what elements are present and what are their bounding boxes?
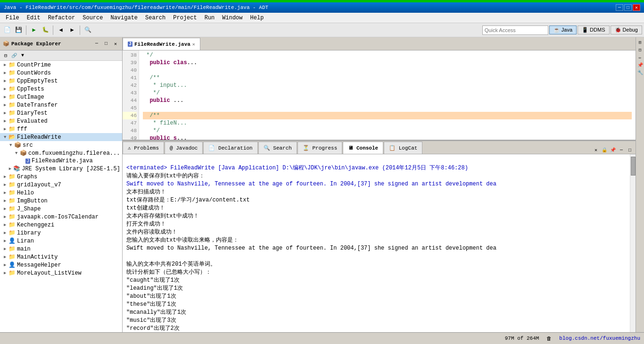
tree-item-messagehelper[interactable]: ▶👤MessageHelper bbox=[0, 261, 122, 269]
tb-run[interactable]: ▶ bbox=[29, 25, 39, 35]
console-line-1: 请输入要保存到txt中的内容： bbox=[126, 173, 205, 179]
console-tab-console[interactable]: 🖥 Console bbox=[343, 142, 383, 154]
package-explorer-title: Package Explorer bbox=[11, 41, 91, 47]
tree-item-src[interactable]: ▼📦src bbox=[0, 141, 122, 149]
tree-item-countwords[interactable]: ▶📁CountWords bbox=[0, 69, 122, 77]
menu-source[interactable]: Source bbox=[79, 14, 107, 22]
tree-item-cpptests[interactable]: ▶📁CppTests bbox=[0, 85, 122, 93]
tree-item-hello[interactable]: ▶📁Hello bbox=[0, 189, 122, 197]
console-pin-btn[interactable]: 📌 bbox=[609, 146, 617, 154]
menu-edit[interactable]: Edit bbox=[23, 14, 44, 22]
console-clear-btn[interactable]: ✕ bbox=[592, 146, 600, 154]
tree-item-datetransfer[interactable]: ▶📁DateTransfer bbox=[0, 101, 122, 109]
tb-save[interactable]: 💾 bbox=[13, 25, 24, 35]
console-scroll-lock-btn[interactable]: 🔒 bbox=[601, 146, 608, 154]
sidebar-icon-2[interactable]: ⊟ bbox=[637, 47, 644, 53]
tree-item-package[interactable]: ▼📦com.fuxuemingzhu.filerea... bbox=[0, 149, 122, 157]
tree-item-gridlayout[interactable]: ▶📁gridlayout_v7 bbox=[0, 181, 122, 189]
tree-item-countprime[interactable]: ▶📁CountPrime bbox=[0, 61, 122, 69]
tree-item-diarytest[interactable]: ▶📁DiaryTest bbox=[0, 109, 122, 117]
sidebar-icon-1[interactable]: ⊞ bbox=[637, 39, 644, 46]
tree-item-cutimage[interactable]: ▶📁CutImage bbox=[0, 93, 122, 101]
blog-url: blog.csdn.net/fuxuemingzhu bbox=[559, 336, 640, 341]
editor-tab-label: FileReadWrite.java bbox=[134, 42, 190, 47]
sidebar-icon-3[interactable]: ✏ bbox=[637, 54, 644, 61]
tree-item-graphs[interactable]: ▶📁Graphs bbox=[0, 173, 122, 181]
sidebar-icon-4[interactable]: 📌 bbox=[637, 62, 644, 68]
code-line-43: */ bbox=[143, 89, 632, 97]
console-scroll-thumb[interactable] bbox=[631, 157, 636, 176]
perspective-java[interactable]: ☕ Java bbox=[549, 25, 577, 34]
editor-tab-filereadwrite[interactable]: J FileReadWrite.java ✕ bbox=[123, 38, 200, 50]
menu-navigate[interactable]: Navigate bbox=[107, 14, 141, 22]
toolbar-separator-1 bbox=[26, 25, 26, 35]
tree-item-filereadwrite-java[interactable]: J FileReadWrite.java bbox=[0, 157, 122, 165]
console-scrollbar[interactable] bbox=[630, 154, 636, 332]
tb-search[interactable]: 🔍 bbox=[83, 25, 93, 35]
line-num-43: 43 bbox=[123, 89, 137, 97]
code-line-40 bbox=[143, 67, 632, 74]
tree-item-evaluated[interactable]: ▶📁Evaluated bbox=[0, 117, 122, 125]
menu-search[interactable]: Search bbox=[141, 14, 169, 22]
tree-item-library[interactable]: ▶📁library bbox=[0, 229, 122, 237]
tree-item-fff[interactable]: ▶📁fff bbox=[0, 125, 122, 133]
tb-debug[interactable]: 🐛 bbox=[40, 25, 50, 35]
close-button[interactable]: ✕ bbox=[633, 4, 640, 11]
console-line-7: 打开文件成功！ bbox=[126, 221, 166, 227]
tree-item-imgbutton[interactable]: ▶📁ImgButton bbox=[0, 197, 122, 205]
view-menu-btn[interactable]: ▼ bbox=[19, 52, 26, 59]
line-num-38: 38 bbox=[123, 51, 137, 59]
maximize-button[interactable]: □ bbox=[624, 4, 632, 11]
tb-back[interactable]: ◀ bbox=[56, 25, 66, 35]
menu-window[interactable]: Window bbox=[218, 14, 246, 22]
console-tab-problems[interactable]: ⚠ Problems bbox=[123, 142, 164, 154]
tree-item-filereadwrite[interactable]: ▼📂FileReadWrite bbox=[0, 133, 122, 141]
sidebar-icon-5[interactable]: 🔧 bbox=[637, 69, 644, 76]
perspective-debug[interactable]: 🐞 Debug bbox=[611, 25, 642, 34]
tree-item-cppemptytest[interactable]: ▶📁CppEmptyTest bbox=[0, 77, 122, 85]
menu-run[interactable]: Run bbox=[201, 14, 219, 22]
perspective-ddms[interactable]: 📱 DDMS bbox=[578, 25, 609, 34]
package-explorer-panel: 📦 Package Explorer ─ □ ✕ ⊟ 🔗 ▼ ▶📁CountPr… bbox=[0, 37, 123, 332]
menu-file[interactable]: File bbox=[2, 14, 23, 22]
console-terminated-line: <terminated> FileReadWrite [Java Applica… bbox=[126, 165, 468, 171]
line-num-40: 40 bbox=[123, 67, 137, 74]
tree-item-morelayout[interactable]: ▶📁MoreLayout_ListView bbox=[0, 269, 122, 277]
link-editor-btn[interactable]: 🔗 bbox=[10, 52, 18, 59]
toolbar: 📄 💾 ▶ 🐛 ◀ ▶ 🔍 ☕ Java 📱 DDMS 🐞 Debug bbox=[0, 23, 644, 37]
console-tab-progress[interactable]: ⏳ Progress bbox=[297, 142, 342, 154]
console-minimize-btn[interactable]: ─ bbox=[618, 146, 625, 154]
tree-item-jshape[interactable]: ▶📁J_Shape bbox=[0, 205, 122, 213]
collapse-all-btn[interactable]: ⊟ bbox=[2, 52, 9, 59]
code-line-48: */ bbox=[143, 127, 632, 134]
minimize-button[interactable]: ─ bbox=[616, 4, 623, 11]
menu-project[interactable]: Project bbox=[169, 14, 200, 22]
tb-new[interactable]: 📄 bbox=[2, 25, 12, 35]
code-line-42: * input... bbox=[143, 82, 632, 89]
gc-icon[interactable]: 🗑 bbox=[546, 336, 552, 342]
console-tab-search[interactable]: 🔍 Search bbox=[258, 142, 297, 154]
app: Java - FileReadWrite/src/com/fuxuemingzh… bbox=[0, 0, 644, 344]
console-tab-javadoc[interactable]: @ Javadoc bbox=[165, 142, 203, 154]
code-area[interactable]: */ public clas... /** * input... */ publ… bbox=[139, 50, 636, 140]
quick-access-input[interactable] bbox=[482, 25, 548, 35]
console-tab-logcat[interactable]: 📋 LogCat bbox=[384, 142, 422, 154]
close-panel-btn[interactable]: ✕ bbox=[112, 40, 119, 48]
tree-item-main[interactable]: ▶📁main bbox=[0, 245, 122, 253]
tree-item-mainactivity[interactable]: ▶📁MainActivity bbox=[0, 253, 122, 261]
tab-close-btn[interactable]: ✕ bbox=[192, 42, 195, 47]
tb-forward[interactable]: ▶ bbox=[67, 25, 77, 35]
minimize-panel-btn[interactable]: ─ bbox=[93, 40, 100, 48]
tree-item-kechenggezi[interactable]: ▶📁Kechenggezi bbox=[0, 221, 122, 229]
tree-item-liran[interactable]: ▶👤Liran bbox=[0, 237, 122, 245]
menu-help[interactable]: Help bbox=[247, 14, 268, 22]
console-line-13: "caught"出现了1次 bbox=[126, 277, 180, 284]
tree-item-jre[interactable]: ▶📚JRE System Library [J2SE-1.5] bbox=[0, 165, 122, 173]
tree-item-ios7[interactable]: ▶📁javaapk.com-Ios7Calendar bbox=[0, 213, 122, 221]
console-maximize-btn[interactable]: □ bbox=[626, 146, 634, 154]
code-line-49: public s... bbox=[143, 134, 632, 140]
console-tab-declaration[interactable]: 📄 Declaration bbox=[203, 142, 257, 154]
line-num-47: 47 bbox=[123, 119, 137, 127]
menu-refactor[interactable]: Refactor bbox=[44, 14, 79, 22]
maximize-panel-btn[interactable]: □ bbox=[102, 40, 110, 48]
